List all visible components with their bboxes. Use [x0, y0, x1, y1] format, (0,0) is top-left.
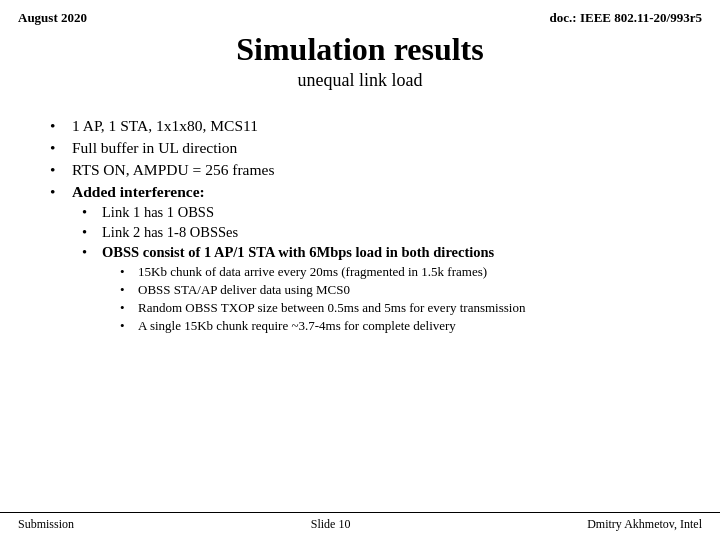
title-section: Simulation results unequal link load [0, 30, 720, 91]
list-item: A single 15Kb chunk require ~3.7-4ms for… [120, 318, 680, 334]
header-date: August 2020 [18, 10, 87, 26]
subtitle: unequal link load [10, 70, 710, 91]
list-item: Random OBSS TXOP size between 0.5ms and … [120, 300, 680, 316]
list-item: Full buffer in UL direction [50, 139, 680, 157]
list-item: OBSS STA/AP deliver data using MCS0 [120, 282, 680, 298]
content-section: 1 AP, 1 STA, 1x1x80, MCS11 Full buffer i… [0, 91, 720, 334]
main-bullet-list: 1 AP, 1 STA, 1x1x80, MCS11 Full buffer i… [50, 117, 680, 334]
list-item: 15Kb chunk of data arrive every 20ms (fr… [120, 264, 680, 280]
footer-slide: Slide 10 [311, 517, 351, 532]
list-item: OBSS consist of 1 AP/1 STA with 6Mbps lo… [82, 244, 680, 334]
footer-submission: Submission [18, 517, 74, 532]
list-item: RTS ON, AMPDU = 256 frames [50, 161, 680, 179]
sub-sub-bullet-list: 15Kb chunk of data arrive every 20ms (fr… [120, 264, 680, 334]
main-title: Simulation results [10, 30, 710, 68]
list-item: 1 AP, 1 STA, 1x1x80, MCS11 [50, 117, 680, 135]
slide: August 2020 doc.: IEEE 802.11-20/993r5 S… [0, 0, 720, 540]
list-item: Link 2 has 1-8 OBSSes [82, 224, 680, 241]
header: August 2020 doc.: IEEE 802.11-20/993r5 [0, 0, 720, 26]
footer-author: Dmitry Akhmetov, Intel [587, 517, 702, 532]
list-item: Added interference: Link 1 has 1 OBSS Li… [50, 183, 680, 334]
list-item: Link 1 has 1 OBSS [82, 204, 680, 221]
sub-bullet-list: Link 1 has 1 OBSS Link 2 has 1-8 OBSSes … [82, 204, 680, 334]
header-doc: doc.: IEEE 802.11-20/993r5 [550, 10, 702, 26]
footer: Submission Slide 10 Dmitry Akhmetov, Int… [0, 512, 720, 532]
